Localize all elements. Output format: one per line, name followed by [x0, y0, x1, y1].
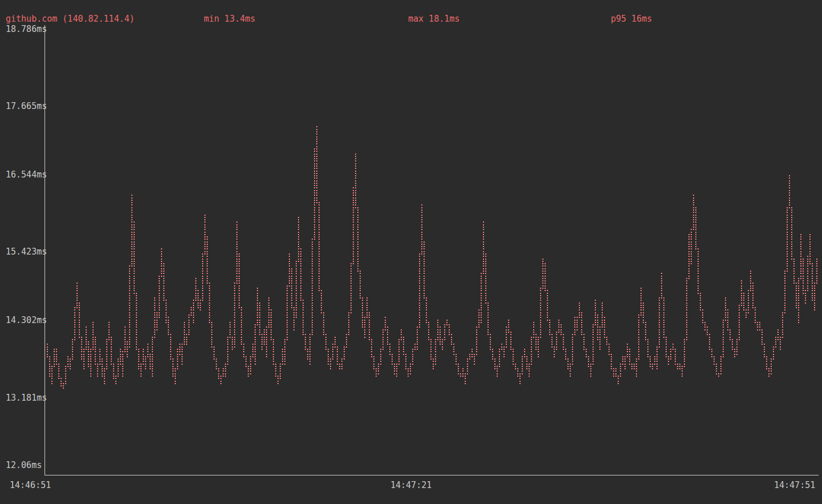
gping-terminal-screen: github.com (140.82.114.4) min 13.4ms max… — [0, 0, 822, 504]
latency-chart-canvas — [0, 0, 822, 504]
